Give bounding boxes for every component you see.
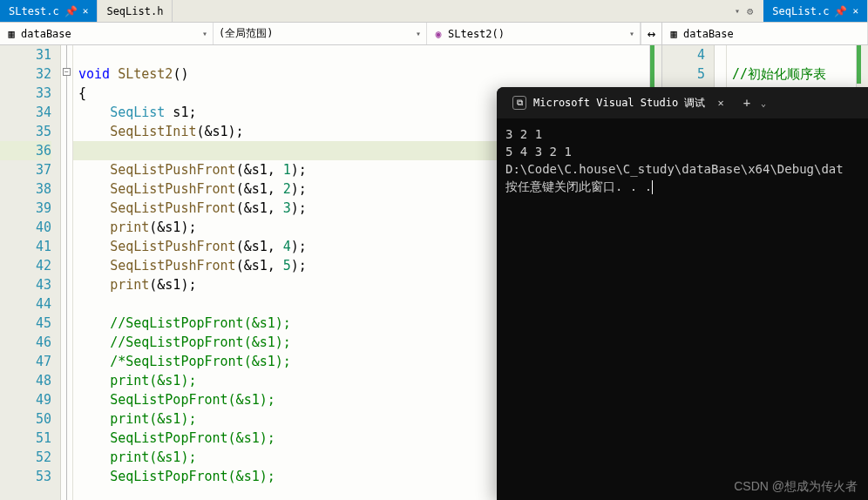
- fold-toggle[interactable]: −: [63, 68, 71, 76]
- nav-scope-project-right[interactable]: ▦ dataBase: [662, 23, 868, 44]
- project-icon: ▦: [5, 28, 17, 40]
- terminal-line: 5 4 3 2 1: [505, 143, 859, 160]
- fold-column[interactable]: −: [61, 45, 73, 500]
- tab-label: SeqList.c: [772, 5, 829, 17]
- terminal-titlebar[interactable]: ⧉ Microsoft Visual Studio 调试 ✕ + ⌄: [497, 87, 868, 118]
- code-line[interactable]: //初始化顺序表: [727, 64, 868, 84]
- add-tab-button[interactable]: +: [743, 96, 750, 110]
- terminal-tab[interactable]: ⧉ Microsoft Visual Studio 调试 ✕: [504, 91, 733, 116]
- project-icon: ▦: [668, 28, 680, 40]
- gear-icon[interactable]: ⚙: [747, 5, 753, 17]
- chevron-down-icon: ▾: [416, 29, 421, 38]
- terminal-line: 按任意键关闭此窗口. . .: [505, 178, 859, 195]
- close-icon[interactable]: ✕: [83, 5, 89, 17]
- nav-label: (全局范围): [219, 26, 273, 41]
- split-view-button[interactable]: ↔: [641, 23, 661, 44]
- nav-label: dataBase: [683, 28, 734, 40]
- close-icon[interactable]: ✕: [717, 97, 723, 109]
- tab-label: SLtest.c: [9, 5, 59, 17]
- nav-label: dataBase: [21, 28, 71, 40]
- nav-bar-right: ▦ dataBase: [662, 23, 868, 45]
- nav-scope-global[interactable]: (全局范围) ▾: [214, 23, 427, 44]
- terminal-title: Microsoft Visual Studio 调试: [533, 96, 705, 111]
- code-line[interactable]: [73, 45, 661, 64]
- line-gutter: 3132333435363738394041424344454647484950…: [0, 45, 61, 500]
- terminal-window[interactable]: ⧉ Microsoft Visual Studio 调试 ✕ + ⌄ 3 2 1…: [497, 87, 868, 500]
- nav-scope-function[interactable]: ◉ SLtest2() ▾: [427, 23, 641, 44]
- terminal-icon: ⧉: [512, 96, 526, 110]
- tab-sltest-c[interactable]: SLtest.c 📌 ✕: [0, 0, 98, 22]
- tab-seqlist-c[interactable]: SeqList.c 📌 ✕: [763, 0, 868, 22]
- tab-label: SeqList.h: [106, 5, 163, 17]
- terminal-output[interactable]: 3 2 15 4 3 2 1D:\Code\C.house\C_study\da…: [497, 118, 868, 500]
- close-icon[interactable]: ✕: [852, 5, 858, 17]
- pin-icon[interactable]: 📌: [834, 5, 847, 17]
- nav-scope-project[interactable]: ▦ dataBase ▾: [0, 23, 214, 44]
- nav-label: SLtest2(): [448, 28, 505, 40]
- terminal-line: 3 2 1: [505, 125, 859, 143]
- tab-settings: ▾ ⚙: [728, 0, 760, 22]
- code-line[interactable]: void SLtest2(): [73, 64, 661, 84]
- watermark: CSDN @想成为传火者: [734, 479, 858, 495]
- function-icon: ◉: [432, 28, 444, 40]
- chevron-down-icon: ▾: [202, 29, 207, 38]
- code-line[interactable]: [727, 45, 868, 64]
- split-icon: ↔: [648, 25, 656, 42]
- tab-seqlist-h[interactable]: SeqList.h: [98, 0, 173, 22]
- chevron-down-icon: ▾: [629, 29, 634, 38]
- chevron-down-icon[interactable]: ⌄: [761, 98, 766, 108]
- terminal-line: D:\Code\C.house\C_study\dataBase\x64\Deb…: [505, 160, 859, 178]
- nav-bar-left: ▦ dataBase ▾ (全局范围) ▾ ◉ SLtest2() ▾ ↔: [0, 23, 661, 45]
- pin-icon[interactable]: 📌: [64, 5, 78, 17]
- tabs-row: SLtest.c 📌 ✕ SeqList.h ▾ ⚙ SeqList.c 📌 ✕: [0, 0, 868, 23]
- dropdown-icon[interactable]: ▾: [735, 6, 740, 16]
